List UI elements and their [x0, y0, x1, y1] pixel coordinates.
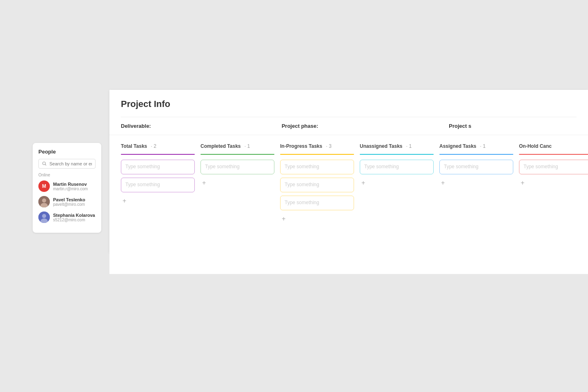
- svg-point-3: [42, 198, 46, 203]
- main-container: Project Info Deliverable: Project phase:…: [109, 90, 588, 253]
- online-label: Online: [38, 173, 96, 177]
- column-divider: [519, 154, 588, 155]
- column-divider: [439, 154, 513, 155]
- svg-point-6: [42, 214, 46, 218]
- column-title: Assigned Tasks: [439, 143, 476, 149]
- phase-label: Project phase:: [282, 123, 318, 129]
- person-email: s5212@miro.com: [53, 218, 95, 222]
- people-panel-title: People: [38, 149, 96, 155]
- page-header: Project Info: [109, 90, 588, 117]
- task-placeholder: Type something: [444, 164, 479, 169]
- person-email: martin.r@miro.com: [53, 187, 88, 191]
- search-icon: [42, 161, 47, 166]
- column-divider: [121, 154, 195, 155]
- add-task-button[interactable]: +: [360, 178, 367, 188]
- add-task-button[interactable]: +: [519, 178, 526, 188]
- search-email-input[interactable]: [49, 161, 92, 166]
- person-email: pavelt@miro.com: [53, 202, 85, 207]
- avatar: M: [38, 180, 50, 192]
- person-name: Martin Rusenov: [53, 182, 88, 187]
- project-label: Project s: [449, 123, 471, 129]
- add-task-button[interactable]: +: [280, 214, 287, 224]
- person-name: Stephania Kolarova: [53, 213, 95, 218]
- column-header: Completed Tasks · 1: [200, 143, 274, 149]
- column-header: Unassigned Tasks · 1: [360, 143, 434, 149]
- task-placeholder: Type something: [205, 164, 240, 169]
- task-placeholder: Type something: [523, 164, 558, 169]
- person-item: Stephania Kolarova s5212@miro.com: [38, 212, 96, 223]
- task-placeholder: Type something: [285, 164, 319, 169]
- people-panel: People Online M Martin Rusenov martin.r@…: [33, 143, 101, 233]
- task-placeholder: Type something: [285, 182, 319, 187]
- column-count: · 3: [325, 143, 332, 149]
- task-card[interactable]: Type something: [360, 160, 434, 174]
- column-divider: [360, 154, 434, 155]
- svg-line-1: [45, 164, 46, 165]
- person-info: Pavel Teslenko pavelt@miro.com: [53, 197, 85, 207]
- column-title: Completed Tasks: [200, 143, 241, 149]
- task-card[interactable]: Type something: [121, 178, 195, 192]
- column-inprogress: In-Progress Tasks · 3 Type something Typ…: [280, 143, 360, 266]
- task-card[interactable]: Type something: [280, 196, 354, 210]
- column-count: · 1: [405, 143, 412, 149]
- avatar: [38, 212, 50, 223]
- kanban-board: Total Tasks · 2 Type something Type some…: [109, 135, 588, 274]
- column-header: Total Tasks · 2: [121, 143, 195, 149]
- task-card[interactable]: Type something: [280, 178, 354, 192]
- column-title: In-Progress Tasks: [280, 143, 322, 149]
- task-placeholder: Type something: [364, 164, 399, 169]
- column-count: · 1: [479, 143, 486, 149]
- column-header: Assigned Tasks · 1: [439, 143, 513, 149]
- avatar: [38, 196, 50, 207]
- task-placeholder: Type something: [125, 182, 160, 187]
- avatar-photo: [38, 196, 50, 207]
- column-completed: Completed Tasks · 1 Type something +: [200, 143, 280, 266]
- person-item: M Martin Rusenov martin.r@miro.com: [38, 180, 96, 192]
- column-title: Total Tasks: [121, 143, 147, 149]
- add-task-button[interactable]: +: [439, 178, 446, 188]
- task-placeholder: Type something: [285, 200, 319, 205]
- task-card[interactable]: Type something: [519, 160, 588, 174]
- task-card[interactable]: Type something: [200, 160, 274, 174]
- task-card[interactable]: Type something: [121, 160, 195, 174]
- add-task-button[interactable]: +: [121, 196, 128, 206]
- column-onhold: On-Hold Canc Type something +: [519, 143, 588, 266]
- column-count: · 1: [243, 143, 250, 149]
- column-title: Unassigned Tasks: [360, 143, 402, 149]
- column-count: · 2: [149, 143, 156, 149]
- person-info: Martin Rusenov martin.r@miro.com: [53, 182, 88, 191]
- search-email-box[interactable]: [38, 159, 96, 169]
- column-assigned: Assigned Tasks · 1 Type something +: [439, 143, 519, 266]
- task-card[interactable]: Type something: [280, 160, 354, 174]
- task-placeholder: Type something: [125, 164, 160, 169]
- person-info: Stephania Kolarova s5212@miro.com: [53, 213, 95, 222]
- column-divider: [200, 154, 274, 155]
- column-unassigned: Unassigned Tasks · 1 Type something +: [360, 143, 439, 266]
- column-header: In-Progress Tasks · 3: [280, 143, 354, 149]
- person-item: Pavel Teslenko pavelt@miro.com: [38, 196, 96, 207]
- fields-row: Deliverable: Project phase: Project s: [109, 117, 588, 135]
- add-task-button[interactable]: +: [200, 178, 207, 188]
- person-name: Pavel Teslenko: [53, 197, 85, 202]
- deliverable-label: Deliverable:: [121, 123, 151, 129]
- page-title: Project Info: [121, 99, 577, 117]
- avatar-photo: [38, 212, 50, 223]
- column-title: On-Hold Canc: [519, 143, 552, 149]
- task-card[interactable]: Type something: [439, 160, 513, 174]
- column-divider: [280, 154, 354, 155]
- column-header: On-Hold Canc: [519, 143, 588, 149]
- column-total: Total Tasks · 2 Type something Type some…: [121, 143, 200, 266]
